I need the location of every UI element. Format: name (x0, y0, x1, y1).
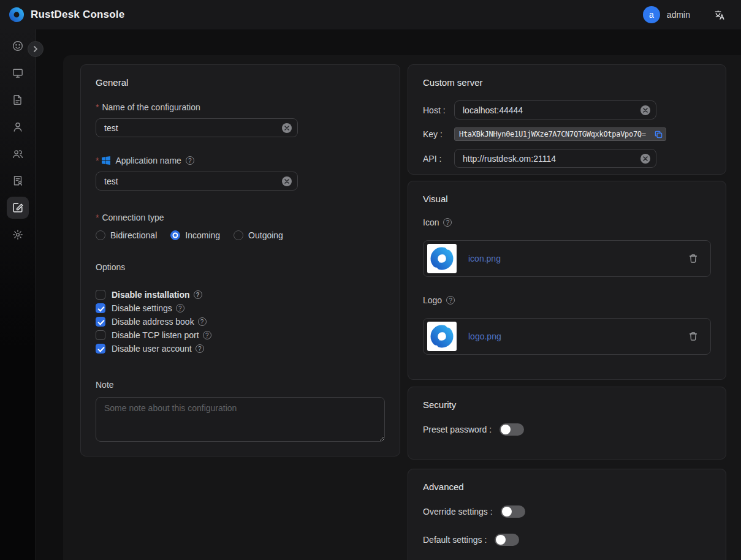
app-name-label: Application name (96, 156, 385, 165)
preset-password-row: Preset password : (423, 423, 711, 436)
general-card: General Name of the configuration Applic… (80, 64, 400, 456)
app-name-input[interactable] (96, 172, 298, 191)
radio-circle[interactable] (96, 230, 105, 240)
custom-server-card: Custom server Host : Key : Hta (408, 64, 726, 175)
nav-item-user-icon[interactable] (7, 116, 29, 138)
override-settings-toggle[interactable] (501, 505, 525, 518)
logo-thumbnail (427, 322, 457, 351)
host-label: Host : (423, 105, 454, 115)
preset-password-label: Preset password : (423, 425, 492, 434)
host-input[interactable] (454, 100, 656, 119)
username[interactable]: admin (667, 10, 690, 20)
brand: RustDesk Console (9, 7, 124, 23)
visual-card: Visual Icon icon.png (408, 181, 726, 380)
api-input[interactable] (454, 149, 656, 168)
connection-type-radios: Bidirectional Incoming Outgoing (96, 230, 385, 240)
icon-file-link[interactable]: icon.png (468, 254, 501, 263)
help-icon[interactable] (176, 304, 184, 312)
key-row: Key : HtaXBkJNHyn0e1U1jWXze7A7CN7QTGWqxk… (423, 127, 711, 141)
nav-item-document-user-icon[interactable] (7, 170, 29, 192)
override-settings-row: Override settings : (423, 505, 711, 518)
icon-file-box: icon.png (423, 240, 711, 277)
translate-icon[interactable] (713, 9, 725, 21)
nav-item-monitor-icon[interactable] (7, 62, 29, 84)
override-settings-label: Override settings : (423, 507, 493, 516)
option-disable-installation[interactable]: Disable installation (96, 288, 385, 301)
checkbox[interactable] (96, 317, 105, 327)
app-name-field (96, 172, 298, 191)
help-icon[interactable] (196, 344, 204, 353)
radio-circle[interactable] (170, 230, 180, 240)
app-title: RustDesk Console (31, 9, 124, 21)
default-settings-toggle[interactable] (495, 534, 519, 546)
nav-item-smiley-icon[interactable] (7, 35, 29, 57)
visual-title: Visual (423, 194, 711, 204)
connection-type-label: Connection type (96, 213, 385, 222)
windows-icon (102, 156, 110, 165)
option-disable-user-account[interactable]: Disable user account (96, 342, 385, 355)
default-settings-label: Default settings : (423, 535, 487, 545)
sidebar (0, 29, 36, 560)
help-icon[interactable] (194, 290, 202, 299)
key-label: Key : (423, 129, 454, 139)
clear-icon[interactable] (640, 154, 650, 164)
security-title: Security (423, 399, 711, 410)
nav-item-document-icon[interactable] (7, 89, 29, 111)
default-settings-row: Default settings : (423, 534, 711, 546)
advanced-title: Advanced (423, 482, 711, 492)
checkbox[interactable] (96, 330, 105, 340)
rustdesk-logo-icon (9, 7, 25, 23)
host-field (454, 100, 656, 119)
general-title: General (96, 77, 385, 88)
config-name-field (96, 118, 298, 137)
topbar: RustDesk Console a admin (0, 0, 741, 29)
logo-file-box: logo.png (423, 318, 711, 355)
api-row: API : (423, 149, 711, 168)
copy-icon[interactable] (655, 131, 663, 138)
nav-item-edit-icon[interactable] (7, 197, 29, 219)
checkbox[interactable] (96, 303, 105, 313)
config-name-input[interactable] (96, 118, 298, 137)
help-icon[interactable] (203, 331, 211, 339)
config-name-label: Name of the configuration (96, 102, 385, 112)
advanced-card: Advanced Override settings : Default set… (408, 469, 726, 560)
help-icon[interactable] (443, 218, 452, 227)
trash-icon[interactable] (688, 331, 698, 341)
checkbox[interactable] (96, 344, 105, 354)
icon-label: Icon (423, 218, 711, 227)
note-textarea[interactable] (96, 397, 385, 442)
sidebar-expand-button[interactable] (28, 41, 44, 57)
clear-icon[interactable] (282, 176, 292, 186)
trash-icon[interactable] (688, 254, 698, 263)
api-label: API : (423, 154, 454, 164)
security-card: Security Preset password : (408, 387, 726, 460)
option-disable-tcp-listen-port[interactable]: Disable TCP listen port (96, 328, 385, 342)
nav-item-user-group-icon[interactable] (7, 143, 29, 165)
radio-bidirectional[interactable]: Bidirectional (96, 230, 157, 240)
custom-server-title: Custom server (423, 77, 711, 88)
clear-icon[interactable] (282, 123, 292, 133)
avatar[interactable]: a (643, 6, 660, 23)
key-value: HtaXBkJNHyn0e1U1jWXze7A7CN7QTGWqxkOtpaVp… (459, 130, 652, 138)
clear-icon[interactable] (640, 105, 650, 115)
help-icon[interactable] (198, 317, 207, 326)
main-panel: General Name of the configuration Applic… (63, 55, 741, 560)
icon-thumbnail (427, 244, 457, 273)
option-disable-address-book[interactable]: Disable address book (96, 315, 385, 328)
options-list: Disable installation Disable settings Di… (96, 288, 385, 355)
logo-file-link[interactable]: logo.png (468, 331, 501, 341)
checkbox[interactable] (96, 290, 105, 300)
help-icon[interactable] (186, 156, 194, 165)
option-disable-settings[interactable]: Disable settings (96, 301, 385, 315)
logo-label: Logo (423, 295, 711, 305)
key-value-box: HtaXBkJNHyn0e1U1jWXze7A7CN7QTGWqxkOtpaVp… (454, 127, 666, 141)
radio-outgoing[interactable]: Outgoing (234, 230, 283, 240)
options-label: Options (96, 262, 385, 272)
preset-password-toggle[interactable] (500, 423, 524, 436)
api-field (454, 149, 656, 168)
nav-item-gear-icon[interactable] (7, 224, 29, 246)
note-label: Note (96, 380, 385, 390)
radio-incoming[interactable]: Incoming (170, 230, 220, 240)
radio-circle[interactable] (234, 230, 243, 240)
help-icon[interactable] (446, 296, 455, 305)
